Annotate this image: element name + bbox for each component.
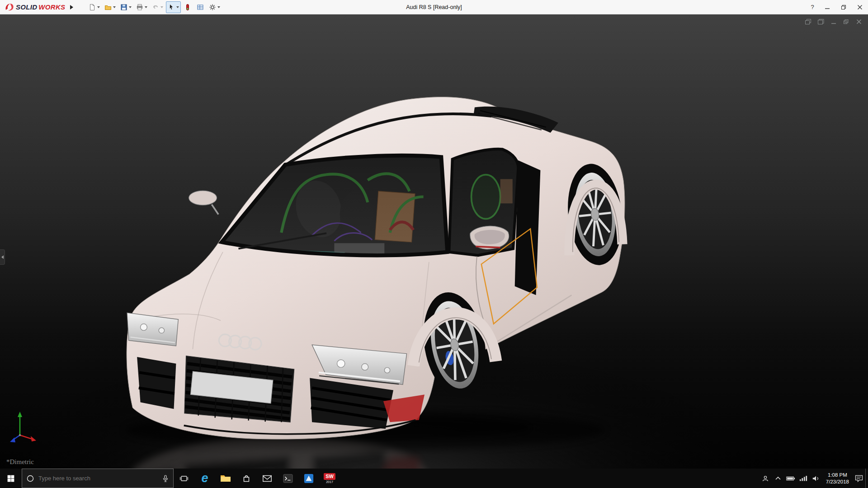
cascade-windows-button[interactable] [816, 18, 826, 25]
doc-close-button[interactable] [854, 18, 863, 25]
chevron-up-icon [774, 475, 782, 482]
undo-button[interactable] [150, 1, 165, 13]
terminal-icon [283, 474, 293, 483]
titlebar: SOLIDWORKS [0, 0, 868, 14]
windows-logo-icon [7, 474, 15, 483]
select-button[interactable] [166, 1, 181, 13]
edge-button[interactable]: e [194, 469, 215, 488]
left-arrow-icon [1, 255, 4, 259]
file-explorer-button[interactable] [215, 469, 236, 488]
mail-button[interactable] [257, 469, 278, 488]
help-button[interactable]: ? [806, 0, 819, 14]
action-center-button[interactable] [853, 469, 865, 488]
battery-button[interactable] [784, 469, 797, 488]
solidworks-logo: SOLIDWORKS [0, 3, 68, 12]
close-icon [857, 5, 863, 10]
dropdown-caret-icon [160, 6, 163, 8]
system-tray: 1:08 PM 7/23/2018 [759, 469, 868, 488]
doc-close-icon [856, 19, 862, 24]
dropdown-caret-icon [176, 6, 179, 8]
cortana-icon [27, 475, 34, 482]
new-document-icon [89, 4, 96, 11]
rebuild-icon [184, 4, 191, 11]
taskbar: e SW 2017 [0, 469, 868, 488]
cascade-windows-icon [817, 19, 825, 25]
task-view-icon [179, 474, 189, 483]
doc-minimize-icon [830, 19, 837, 24]
dropdown-caret-icon [217, 6, 220, 8]
minimize-icon [825, 5, 830, 10]
people-icon [761, 474, 770, 483]
new-document-button[interactable] [87, 1, 102, 13]
new-window-button[interactable] [804, 18, 813, 25]
menu-flyout-arrow[interactable] [68, 2, 75, 12]
minimize-button[interactable] [819, 0, 835, 14]
clock-date: 7/23/2018 [826, 479, 849, 485]
battery-icon [786, 475, 795, 482]
task-view-button[interactable] [174, 469, 194, 488]
restore-button[interactable] [835, 0, 852, 14]
microphone-icon[interactable] [162, 475, 169, 482]
new-window-icon [805, 19, 812, 25]
tray-overflow-button[interactable] [772, 469, 784, 488]
view-orientation-label: *Dimetric [6, 458, 34, 466]
search-input[interactable] [38, 474, 159, 482]
doc-restore-icon [843, 19, 849, 24]
clock-time: 1:08 PM [828, 472, 847, 479]
window-title: Audi R8 S [Read-only] [406, 0, 462, 14]
screen: SOLIDWORKS [0, 0, 868, 488]
save-button[interactable] [118, 1, 133, 13]
action-center-icon [854, 474, 863, 483]
network-button[interactable] [797, 469, 810, 488]
edge-icon: e [201, 472, 208, 484]
terminal-button[interactable] [278, 469, 298, 488]
logo-text-solid: SOLID [16, 3, 37, 11]
dropdown-caret-icon [113, 6, 116, 8]
document-window-controls [804, 18, 863, 25]
print-button[interactable] [134, 1, 149, 13]
volume-icon [812, 475, 820, 482]
orientation-triad [5, 406, 46, 447]
edrawings-icon [304, 474, 314, 483]
solidworks-taskbar-icon: SW 2017 [324, 473, 335, 483]
save-icon [120, 4, 127, 11]
dropdown-caret-icon [97, 6, 100, 8]
panel-collapse-arrow[interactable] [0, 249, 5, 265]
store-icon [241, 474, 251, 483]
logo-text-works: WORKS [38, 3, 65, 11]
show-desktop-button[interactable] [865, 469, 868, 488]
store-button[interactable] [236, 469, 257, 488]
taskbar-search[interactable] [22, 469, 174, 488]
doc-minimize-button[interactable] [829, 18, 838, 25]
evaluate-table-button[interactable] [194, 1, 206, 13]
ds-logo-icon [5, 3, 14, 12]
restore-icon [841, 5, 846, 10]
dropdown-caret-icon [145, 6, 147, 8]
flyout-arrow-icon [70, 5, 73, 9]
doc-restore-button[interactable] [842, 18, 851, 25]
print-icon [136, 4, 143, 11]
edrawings-button[interactable] [298, 469, 319, 488]
options-button[interactable] [207, 1, 222, 13]
gear-icon [209, 4, 216, 11]
start-button[interactable] [0, 469, 22, 488]
open-button[interactable] [103, 1, 118, 13]
dropdown-caret-icon [129, 6, 132, 8]
volume-button[interactable] [810, 469, 822, 488]
quick-toolbar [87, 1, 222, 13]
select-arrow-icon [168, 4, 175, 11]
file-explorer-icon [220, 474, 231, 483]
network-icon [799, 475, 807, 482]
mail-icon [262, 474, 272, 483]
table-icon [197, 4, 204, 11]
taskbar-clock[interactable]: 1:08 PM 7/23/2018 [822, 469, 853, 488]
window-controls: ? [806, 0, 868, 14]
undo-icon [152, 4, 159, 11]
solidworks-taskbar-button[interactable]: SW 2017 [319, 469, 340, 488]
open-folder-icon [104, 4, 112, 11]
model-scene [0, 14, 868, 469]
viewport-3d[interactable]: *Dimetric [0, 14, 868, 469]
close-button[interactable] [852, 0, 868, 14]
rebuild-button[interactable] [182, 1, 193, 13]
people-button[interactable] [759, 469, 772, 488]
